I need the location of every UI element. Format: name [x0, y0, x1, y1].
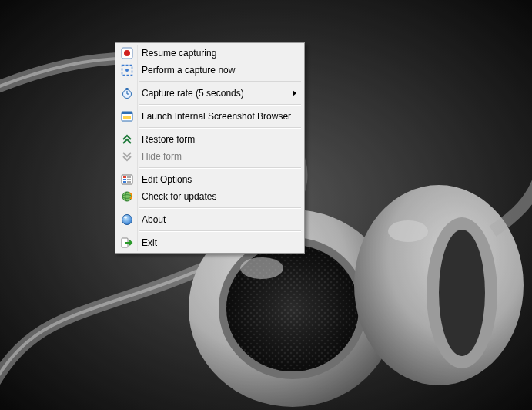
menu-item-label: Perform a capture now: [142, 65, 235, 76]
menu-separator: [139, 230, 301, 232]
menu-item-perform-capture-now[interactable]: Perform a capture now: [117, 62, 303, 79]
menu-item-about[interactable]: About: [117, 211, 303, 228]
menu-item-label: Launch Internal Screenshot Browser: [142, 111, 291, 122]
desktop: Resume capturing Perform a capture now C…: [0, 0, 532, 410]
options-list-icon: [121, 173, 133, 186]
globe-refresh-icon: [121, 190, 133, 203]
double-chevron-down-icon: [121, 150, 133, 163]
capture-frame-icon: [121, 64, 133, 76]
svg-rect-19: [126, 88, 129, 90]
menu-item-label: About: [142, 214, 166, 225]
svg-point-34: [122, 215, 132, 225]
menu-item-exit[interactable]: Exit: [117, 234, 303, 251]
menu-item-check-updates[interactable]: Check for updates: [117, 188, 303, 205]
menu-separator: [139, 104, 301, 106]
about-icon: [121, 213, 133, 226]
exit-icon: [121, 237, 133, 249]
window-icon: [121, 110, 133, 123]
chevron-right-icon: [292, 89, 298, 97]
svg-rect-27: [123, 179, 126, 180]
svg-rect-26: [123, 176, 126, 178]
menu-item-launch-browser[interactable]: Launch Internal Screenshot Browser: [117, 108, 303, 125]
svg-point-15: [124, 50, 130, 56]
menu-item-label: Restore form: [142, 134, 195, 145]
menu-separator: [139, 127, 301, 129]
svg-rect-23: [122, 112, 132, 114]
record-icon: [121, 47, 133, 59]
menu-item-label: Hide form: [142, 151, 182, 162]
menu-item-label: Resume capturing: [142, 48, 216, 59]
svg-rect-24: [123, 116, 131, 119]
menu-separator: [139, 81, 301, 82]
menu-separator: [139, 167, 301, 169]
stopwatch-icon: [121, 87, 133, 99]
menu-item-capture-rate[interactable]: Capture rate (5 seconds): [117, 85, 303, 102]
menu-item-restore-form[interactable]: Restore form: [117, 131, 303, 148]
tray-context-menu[interactable]: Resume capturing Perform a capture now C…: [115, 42, 305, 254]
double-chevron-up-icon: [121, 133, 133, 146]
menu-item-hide-form: Hide form: [117, 148, 303, 165]
svg-point-35: [124, 217, 127, 219]
svg-rect-28: [123, 181, 126, 183]
menu-item-label: Exit: [142, 237, 157, 248]
menu-separator: [139, 207, 301, 209]
menu-item-label: Edit Options: [142, 174, 192, 185]
menu-item-edit-options[interactable]: Edit Options: [117, 171, 303, 188]
menu-item-label: Capture rate (5 seconds): [142, 88, 244, 99]
svg-point-17: [125, 69, 129, 72]
menu-item-resume-capturing[interactable]: Resume capturing: [117, 45, 303, 62]
menu-item-label: Check for updates: [142, 191, 216, 202]
